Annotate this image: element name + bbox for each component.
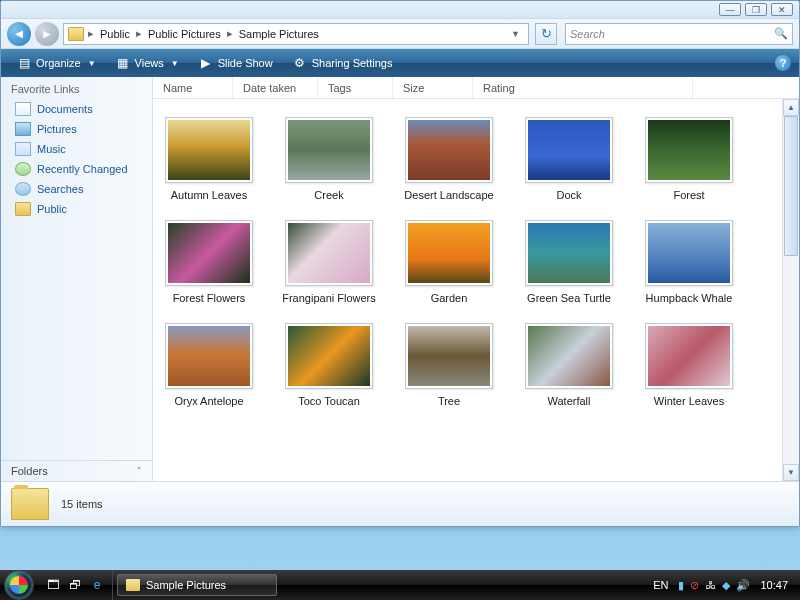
system-tray: EN ▮ ⊘ 🖧 ◆ 🔊 10:47 (641, 570, 800, 600)
thumbnail (285, 117, 373, 183)
sidebar-item-searches[interactable]: Searches (1, 179, 152, 199)
file-item-desert-landscape[interactable]: Desert Landscape (399, 117, 499, 202)
column-header-size[interactable]: Size (393, 77, 473, 98)
file-item-green-sea-turtle[interactable]: Green Sea Turtle (519, 220, 619, 305)
file-label: Tree (438, 395, 460, 408)
thumbnail (645, 117, 733, 183)
file-item-autumn-leaves[interactable]: Autumn Leaves (159, 117, 259, 202)
sidebar-item-label: Searches (37, 183, 83, 195)
breadcrumb-public-pictures[interactable]: Public Pictures (142, 28, 227, 40)
scroll-down-button[interactable]: ▼ (783, 464, 799, 481)
sidebar-item-recently-changed[interactable]: Recently Changed (1, 159, 152, 179)
file-item-dock[interactable]: Dock (519, 117, 619, 202)
sidebar-item-pictures[interactable]: Pictures (1, 119, 152, 139)
breadcrumb-public[interactable]: Public (94, 28, 136, 40)
file-item-creek[interactable]: Creek (279, 117, 379, 202)
search-input[interactable]: Search 🔍 (565, 23, 793, 45)
tray-icon[interactable]: ▮ (678, 579, 684, 592)
minimize-button[interactable]: — (719, 3, 741, 16)
switch-windows-button[interactable]: 🗗 (66, 576, 84, 594)
help-button[interactable]: ? (775, 55, 791, 71)
sidebar-item-label: Music (37, 143, 66, 155)
breadcrumb-sample-pictures[interactable]: Sample Pictures (233, 28, 325, 40)
file-item-frangipani-flowers[interactable]: Frangipani Flowers (279, 220, 379, 305)
scrollbar-thumb[interactable] (784, 116, 798, 256)
language-indicator[interactable]: EN (649, 579, 672, 591)
vertical-scrollbar[interactable]: ▲ ▼ (782, 99, 799, 481)
file-item-oryx-antelope[interactable]: Oryx Antelope (159, 323, 259, 408)
file-label: Autumn Leaves (171, 189, 247, 202)
file-label: Desert Landscape (404, 189, 493, 202)
volume-icon[interactable]: 🔊 (736, 579, 750, 592)
column-header-rating[interactable]: Rating (473, 77, 693, 98)
quick-launch: 🗔 🗗 e (38, 570, 113, 600)
views-label: Views (135, 57, 164, 69)
folder-icon (11, 488, 49, 520)
column-header-name[interactable]: Name (153, 77, 233, 98)
favorite-links-list: DocumentsPicturesMusicRecently ChangedSe… (1, 99, 152, 460)
clock[interactable]: 10:47 (756, 579, 792, 591)
file-label: Dock (556, 189, 581, 202)
ie-button[interactable]: e (88, 576, 106, 594)
item-count: 15 items (61, 498, 103, 510)
slideshow-label: Slide Show (218, 57, 273, 69)
sidebar-item-music[interactable]: Music (1, 139, 152, 159)
file-item-tree[interactable]: Tree (399, 323, 499, 408)
start-orb-icon (4, 570, 34, 600)
thumbnail (405, 220, 493, 286)
tray-icon[interactable]: ◆ (722, 579, 730, 592)
sidebar-item-label: Recently Changed (37, 163, 128, 175)
column-header-tags[interactable]: Tags (318, 77, 393, 98)
navigation-bar: ◄ ► ▸ Public ▸ Public Pictures ▸ Sample … (1, 19, 799, 49)
file-label: Winter Leaves (654, 395, 724, 408)
thumbnail (165, 117, 253, 183)
titlebar: — ❐ ✕ (1, 1, 799, 19)
show-desktop-button[interactable]: 🗔 (44, 576, 62, 594)
organize-icon: ▤ (17, 56, 31, 70)
sidebar-item-label: Pictures (37, 123, 77, 135)
column-header-date-taken[interactable]: Date taken (233, 77, 318, 98)
sidebar-item-documents[interactable]: Documents (1, 99, 152, 119)
thumbnail (165, 323, 253, 389)
views-button[interactable]: ▦ Views ▼ (108, 53, 187, 73)
refresh-button[interactable]: ↻ (535, 23, 557, 45)
address-bar[interactable]: ▸ Public ▸ Public Pictures ▸ Sample Pict… (63, 23, 529, 45)
file-label: Waterfall (548, 395, 591, 408)
network-icon[interactable]: 🖧 (705, 579, 716, 591)
file-item-forest-flowers[interactable]: Forest Flowers (159, 220, 259, 305)
file-item-humpback-whale[interactable]: Humpback Whale (639, 220, 739, 305)
sharing-icon: ⚙ (293, 56, 307, 70)
sharing-settings-button[interactable]: ⚙ Sharing Settings (285, 53, 401, 73)
chevron-down-icon: ▼ (88, 59, 96, 68)
forward-button[interactable]: ► (35, 22, 59, 46)
file-item-waterfall[interactable]: Waterfall (519, 323, 619, 408)
organize-label: Organize (36, 57, 81, 69)
file-item-toco-toucan[interactable]: Toco Toucan (279, 323, 379, 408)
file-item-garden[interactable]: Garden (399, 220, 499, 305)
organize-button[interactable]: ▤ Organize ▼ (9, 53, 104, 73)
taskbar: 🗔 🗗 e Sample Pictures EN ▮ ⊘ 🖧 ◆ 🔊 10:47 (0, 570, 800, 600)
address-dropdown[interactable]: ▼ (507, 29, 524, 39)
sidebar-item-public[interactable]: Public (1, 199, 152, 219)
close-button[interactable]: ✕ (771, 3, 793, 16)
slideshow-button[interactable]: ▶ Slide Show (191, 53, 281, 73)
thumbnail (645, 323, 733, 389)
mus-icon (15, 142, 31, 156)
file-item-forest[interactable]: Forest (639, 117, 739, 202)
folders-toggle[interactable]: Folders ˄ (1, 460, 152, 481)
file-item-winter-leaves[interactable]: Winter Leaves (639, 323, 739, 408)
back-button[interactable]: ◄ (7, 22, 31, 46)
slideshow-icon: ▶ (199, 56, 213, 70)
file-label: Oryx Antelope (174, 395, 243, 408)
task-sample-pictures[interactable]: Sample Pictures (117, 574, 277, 596)
maximize-button[interactable]: ❐ (745, 3, 767, 16)
search-icon[interactable]: 🔍 (774, 27, 788, 40)
search-placeholder: Search (570, 28, 605, 40)
items-area[interactable]: Autumn LeavesCreekDesert LandscapeDockFo… (153, 99, 799, 481)
sidebar-item-label: Public (37, 203, 67, 215)
security-icon[interactable]: ⊘ (690, 579, 699, 592)
rec-icon (15, 162, 31, 176)
start-button[interactable] (0, 570, 38, 600)
scroll-up-button[interactable]: ▲ (783, 99, 799, 116)
column-headers: NameDate takenTagsSizeRating (153, 77, 799, 99)
